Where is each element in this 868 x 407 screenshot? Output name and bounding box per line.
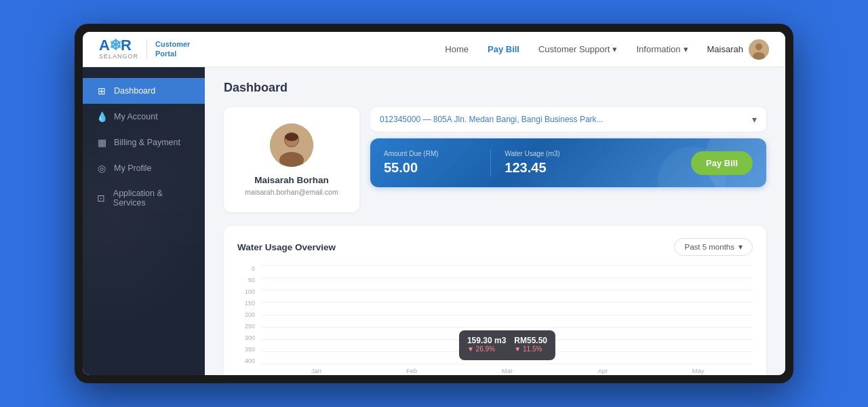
chart-tooltip: 159.30 m3 ▼ 26.9% RM55.50 ▼ 11.5%: [459, 330, 555, 360]
period-selector[interactable]: Past 5 months ▾: [674, 238, 753, 256]
chart-title: Water Usage Overview: [237, 242, 336, 252]
y-label: 400: [237, 357, 259, 364]
chart-header: Water Usage Overview Past 5 months ▾: [237, 238, 753, 256]
tooltip-row: 159.30 m3 ▼ 26.9% RM55.50 ▼ 11.5%: [467, 336, 547, 353]
water-usage-value: 123.45: [505, 160, 597, 176]
sidebar-item-billing-payment[interactable]: ▦ Billing & Payment: [83, 130, 205, 155]
y-label: 50: [237, 277, 259, 284]
x-label-mar: Mar: [496, 367, 518, 375]
dropdown-arrow-icon: ▾: [684, 44, 688, 54]
x-labels: Jan Feb Mar Apr May: [262, 367, 753, 375]
svg-point-1: [755, 43, 762, 50]
y-label: 300: [237, 334, 259, 341]
account-dropdown-icon: ▾: [752, 114, 757, 125]
nav-links: Home Pay Bill Customer Support ▾ Informa…: [445, 44, 688, 54]
amount-due-value: 55.00: [384, 160, 477, 176]
nav-home[interactable]: Home: [445, 44, 469, 54]
nav-information[interactable]: Information ▾: [636, 44, 688, 54]
y-label: 150: [237, 300, 259, 307]
services-icon: ⊡: [96, 193, 106, 204]
sidebar-item-my-account[interactable]: 💧 My Account: [83, 104, 205, 130]
sidebar-item-dashboard[interactable]: ⊞ Dashboard: [83, 78, 205, 104]
water-usage-label: Water Usage (m3): [505, 150, 597, 157]
svg-point-7: [285, 133, 298, 141]
y-label: 0: [237, 265, 259, 272]
sidebar: ⊞ Dashboard 💧 My Account ▦ Billing & Pay…: [83, 67, 205, 375]
tooltip-cost-change: ▼ 11.5%: [514, 345, 547, 353]
x-label-feb: Feb: [401, 367, 422, 375]
sidebar-item-my-profile[interactable]: ◎ My Profile: [83, 155, 205, 181]
y-label: 200: [237, 311, 259, 318]
chart-area: 159.30 m3 ▼ 26.9% RM55.50 ▼ 11.5%: [262, 265, 753, 364]
sidebar-item-application-services[interactable]: ⊡ Application & Services: [83, 181, 205, 215]
logo-tagline: SELANGOR: [99, 53, 138, 60]
profile-icon: ◎: [96, 163, 107, 174]
nav-pay-bill[interactable]: Pay Bill: [488, 44, 519, 54]
nav-user-name: Maisarah: [707, 44, 743, 54]
account-number: 012345000 — 805A Jln. Medan Bangi, Bangi…: [380, 115, 604, 124]
profile-name: Maisarah Borhan: [254, 175, 329, 185]
navbar: A❄R SELANGOR CustomerPortal Home Pay Bil…: [83, 32, 785, 67]
chart-container: 400 350 300 250 200 150 100 50 0: [237, 265, 753, 375]
navbar-logo: A❄R SELANGOR CustomerPortal: [99, 38, 190, 60]
profile-avatar: [270, 123, 313, 167]
page-title: Dashboard: [224, 81, 766, 95]
x-label-apr: Apr: [592, 367, 614, 375]
x-label-may: May: [688, 367, 709, 375]
logo-mark: A❄R: [99, 38, 131, 53]
bill-divider: [490, 149, 491, 176]
portal-label: CustomerPortal: [146, 39, 190, 59]
tooltip-cost: RM55.50: [514, 336, 547, 345]
period-chevron-icon: ▾: [738, 242, 743, 252]
profile-email: maisarah.borhan@email.com: [245, 188, 338, 196]
tooltip-usage: 159.30 m3: [467, 336, 506, 345]
nav-user[interactable]: Maisarah: [707, 39, 769, 60]
laptop-frame: A❄R SELANGOR CustomerPortal Home Pay Bil…: [75, 24, 793, 383]
avatar: [749, 39, 769, 60]
content-area: Dashboard Mais: [205, 67, 785, 375]
tooltip-usage-change: ▼ 26.9%: [467, 345, 506, 353]
account-icon: 💧: [96, 111, 107, 122]
nav-customer-support[interactable]: Customer Support ▾: [538, 44, 618, 54]
bill-card: Amount Due (RM) 55.00 Water Usage (m3) 1…: [370, 138, 766, 187]
dropdown-arrow-icon: ▾: [612, 44, 617, 54]
x-label-jan: Jan: [305, 367, 327, 375]
y-label: 350: [237, 346, 259, 353]
bill-section: 012345000 — 805A Jln. Medan Bangi, Bangi…: [370, 107, 766, 212]
bars-container: 159.30 m3 ▼ 26.9% RM55.50 ▼ 11.5%: [262, 265, 753, 364]
profile-card: Maisarah Borhan maisarah.borhan@email.co…: [224, 107, 359, 212]
amount-due-metric: Amount Due (RM) 55.00: [384, 150, 477, 176]
main-layout: ⊞ Dashboard 💧 My Account ▦ Billing & Pay…: [83, 67, 785, 375]
dashboard-icon: ⊞: [96, 85, 107, 96]
chart-section: Water Usage Overview Past 5 months ▾ 400…: [224, 226, 766, 375]
billing-icon: ▦: [96, 137, 107, 148]
top-row: Maisarah Borhan maisarah.borhan@email.co…: [224, 107, 766, 212]
pay-bill-button[interactable]: Pay Bill: [691, 151, 753, 175]
y-label: 250: [237, 323, 259, 330]
screen: A❄R SELANGOR CustomerPortal Home Pay Bil…: [83, 32, 785, 375]
account-selector[interactable]: 012345000 — 805A Jln. Medan Bangi, Bangi…: [370, 107, 766, 132]
y-label: 100: [237, 288, 259, 295]
amount-due-label: Amount Due (RM): [384, 150, 477, 157]
water-usage-metric: Water Usage (m3) 123.45: [505, 150, 597, 176]
y-axis: 400 350 300 250 200 150 100 50 0: [237, 265, 259, 364]
